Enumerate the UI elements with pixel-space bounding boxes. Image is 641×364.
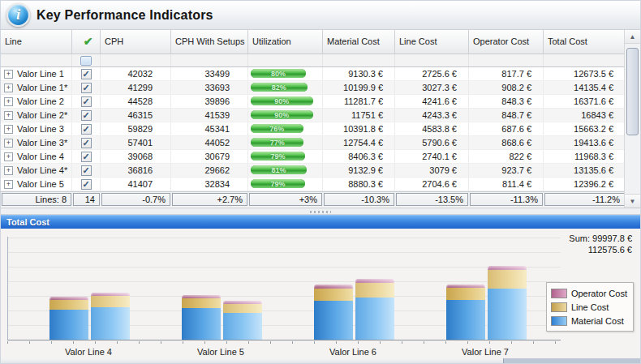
column-header-line_cost[interactable]: Line Cost [395, 30, 469, 54]
column-header-cph[interactable]: CPH [101, 30, 171, 54]
column-filter-button[interactable] [80, 56, 92, 66]
operator_cost-cell: 923.7 € [469, 164, 544, 177]
operator_cost-cell: 811.4 € [469, 178, 544, 191]
cph_with_setups-cell: 44052 [171, 136, 248, 149]
cph_with_setups-cell: 29662 [171, 164, 248, 177]
column-header-material_cost[interactable]: Material Cost [323, 30, 395, 54]
column-header-operator_cost[interactable]: Operator Cost [469, 30, 544, 54]
column-header-total_cost[interactable]: Total Cost [544, 30, 626, 54]
line-cell: +Valor Line 5 [1, 178, 72, 191]
summary-cell-selected: 14 [73, 193, 100, 206]
material_cost-segment [91, 307, 130, 340]
expand-icon[interactable]: + [4, 152, 13, 161]
table-body: +Valor Line 1✓420323349980%9130.3 €2725.… [1, 67, 626, 191]
filter-cell-line [1, 54, 72, 66]
material_cost-segment [355, 298, 394, 340]
legend-color-chip [551, 302, 567, 312]
filter-cell-line_cost [395, 54, 469, 66]
hscrollbar-thumb[interactable] [1, 358, 504, 364]
utilization-cell: 90% [248, 109, 323, 122]
expand-icon[interactable]: + [4, 125, 13, 134]
material_cost-cell: 8406.3 € [323, 150, 395, 163]
select-cell: ✓ [72, 178, 101, 191]
total_cost-cell: 14135.4 € [544, 81, 626, 94]
line_cost-cell: 4241.6 € [395, 95, 469, 108]
check-icon: ✔ [76, 35, 100, 48]
table-row[interactable]: +Valor Line 2✓445283989690%11281.7 €4241… [1, 95, 626, 109]
table-row[interactable]: +Valor Line 2*✓463154153990%11751 €4243.… [1, 109, 626, 122]
line-cell: +Valor Line 1 [1, 67, 72, 80]
legend-label: Material Cost [571, 316, 624, 326]
summary-cell-cph: -0.7% [101, 193, 170, 206]
cph_with_setups-cell: 41539 [171, 109, 248, 122]
cph-cell: 44528 [101, 95, 171, 108]
chart-horizontal-scrollbar[interactable] [1, 358, 640, 364]
table-row[interactable]: +Valor Line 5✓414073283479%8880.3 €2704.… [1, 178, 626, 191]
operator_cost-cell: 848.7 € [469, 109, 544, 122]
utilization-bar: 79% [251, 179, 305, 188]
kpi-table: Line✔CPHCPH With SetupsUtilizationMateri… [1, 30, 640, 208]
line_cost-cell: 3027.3 € [395, 81, 469, 94]
line_cost-cell: 4243.3 € [395, 109, 469, 122]
expand-icon[interactable]: + [4, 84, 13, 92]
kpi-window: i Key Performance Indicators Line✔CPHCPH… [0, 0, 641, 364]
x-axis-ticks [7, 341, 561, 344]
row-checkbox[interactable]: ✓ [81, 69, 92, 79]
column-header-cph_with_setups[interactable]: CPH With Setups [171, 30, 248, 54]
expand-icon[interactable]: + [4, 111, 13, 120]
stacked-bar [488, 266, 527, 340]
cph-cell: 41299 [101, 81, 171, 94]
scroll-down-button[interactable]: ▼ [625, 194, 640, 208]
table-row[interactable]: +Valor Line 4*✓368162966281%9132.9 €3079… [1, 164, 626, 178]
line-label: Valor Line 5 [17, 179, 64, 189]
table-row[interactable]: +Valor Line 3*✓574014405277%12754.4 €579… [1, 136, 626, 150]
row-checkbox[interactable]: ✓ [81, 96, 92, 107]
line_cost-segment [182, 298, 221, 308]
expand-icon[interactable]: + [4, 139, 13, 148]
utilization-bar: 77% [251, 138, 303, 147]
stacked-bar [314, 285, 353, 340]
material_cost-segment [49, 310, 88, 340]
summary-cell-line: Lines: 8 [2, 193, 71, 206]
table-row[interactable]: +Valor Line 1✓420323349980%9130.3 €2725.… [1, 67, 626, 81]
line_cost-segment [314, 289, 353, 301]
row-checkbox[interactable]: ✓ [81, 83, 92, 93]
expand-icon[interactable]: + [4, 70, 13, 79]
material_cost-cell: 12754.4 € [323, 136, 395, 149]
total_cost-cell: 15663.2 € [544, 122, 626, 135]
cph_with_setups-cell: 33499 [171, 67, 248, 80]
column-header-line[interactable]: Line [1, 30, 72, 54]
expand-icon[interactable]: + [4, 180, 13, 189]
utilization-cell: 82% [248, 81, 323, 94]
utilization-value: 79% [271, 152, 286, 161]
column-header-selected[interactable]: ✔ [72, 30, 101, 54]
total_cost-cell: 12396.2 € [544, 178, 626, 191]
scrollbar-thumb[interactable] [626, 48, 639, 135]
utilization-bar: 79% [251, 152, 305, 161]
material_cost-cell: 11281.7 € [323, 95, 395, 108]
line-label: Valor Line 1 [17, 69, 64, 79]
line_cost-cell: 5790.6 € [395, 136, 469, 149]
table-row[interactable]: +Valor Line 1*✓412993369382%10199.9 €302… [1, 81, 626, 95]
expand-icon[interactable]: + [4, 166, 13, 175]
row-checkbox[interactable]: ✓ [81, 110, 92, 121]
table-row[interactable]: +Valor Line 4✓390683067979%8406.3 €2740.… [1, 150, 626, 164]
line-label: Valor Line 1* [17, 83, 67, 92]
line_cost-cell: 3079 € [395, 164, 469, 177]
panel-splitter[interactable] [1, 208, 640, 215]
operator_cost-cell: 817.7 € [469, 67, 544, 80]
line_cost-segment [91, 296, 130, 307]
row-checkbox[interactable]: ✓ [81, 165, 92, 176]
filter-cell-selected [72, 54, 101, 66]
utilization-value: 90% [274, 111, 289, 119]
scroll-up-button[interactable]: ▲ [625, 30, 640, 44]
row-checkbox[interactable]: ✓ [81, 138, 92, 148]
row-checkbox[interactable]: ✓ [81, 124, 92, 135]
column-header-utilization[interactable]: Utilization [248, 30, 323, 54]
total_cost-cell: 16371.6 € [544, 95, 626, 108]
row-checkbox[interactable]: ✓ [81, 179, 92, 190]
row-checkbox[interactable]: ✓ [81, 152, 92, 162]
expand-icon[interactable]: + [4, 97, 13, 106]
table-row[interactable]: +Valor Line 3✓598294534176%10391.8 €4583… [1, 122, 626, 136]
table-vertical-scrollbar[interactable]: ▲ ▼ [624, 30, 640, 208]
